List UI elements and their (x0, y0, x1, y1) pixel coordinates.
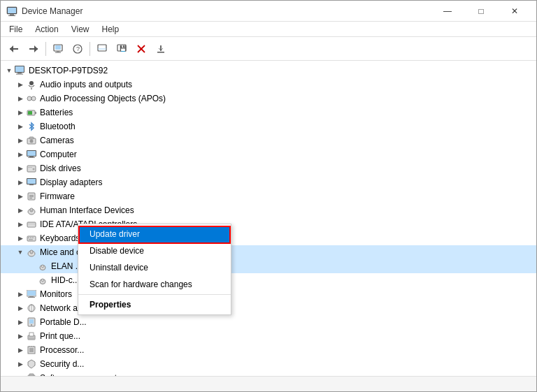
computer-icon-btn[interactable] (49, 40, 67, 58)
svg-point-30 (31, 96, 36, 101)
install-driver-btn[interactable] (152, 40, 170, 58)
tree-bluetooth[interactable]: ▶ Bluetooth (1, 119, 536, 133)
bluetooth-icon (26, 121, 37, 132)
svg-rect-22 (157, 52, 164, 53)
title-controls: — □ ✕ (431, 1, 531, 22)
ctx-update-driver[interactable]: Update driver (78, 226, 231, 242)
print-expand[interactable]: ▶ (15, 331, 26, 342)
svg-rect-84 (29, 338, 34, 339)
ctx-disable-device[interactable]: Disable device (78, 242, 231, 259)
ctx-uninstall-device[interactable]: Uninstall device (78, 259, 231, 276)
apos-icon (26, 93, 37, 104)
minimize-button[interactable]: — (431, 1, 464, 22)
tree-security[interactable]: ▶ Security d... (1, 357, 536, 371)
keyboards-expand[interactable]: ▶ (15, 233, 26, 244)
svg-rect-62 (32, 238, 34, 239)
tree-display-adapters[interactable]: ▶ Display adapters (1, 175, 536, 189)
hid-c-expand (26, 275, 37, 286)
tree-software-components[interactable]: ▶ Software components (1, 371, 536, 376)
cameras-expand[interactable]: ▶ (15, 135, 26, 146)
computer-expand[interactable]: ▶ (15, 149, 26, 160)
forward-button[interactable] (24, 40, 43, 58)
tree-computer[interactable]: ▶ Computer (1, 147, 536, 161)
tree-portable[interactable]: ▶ Portable D... (1, 315, 536, 329)
ctx-scan-hardware[interactable]: Scan for hardware changes (78, 276, 231, 293)
update-driver-btn[interactable]: 💾 (113, 40, 131, 58)
processors-label: Processor... (40, 345, 84, 355)
tree-processors[interactable]: ▶ Processor... (1, 343, 536, 357)
ide-expand[interactable]: ▶ (15, 219, 26, 230)
hid-expand[interactable]: ▶ (15, 205, 26, 216)
display-adapters-expand[interactable]: ▶ (15, 177, 26, 188)
svg-rect-32 (35, 112, 36, 114)
svg-rect-3 (8, 8, 16, 13)
hid-c-icon (37, 275, 48, 286)
tree-disk-drives[interactable]: ▶ Disk drives (1, 161, 536, 175)
display-adapters-icon (26, 177, 37, 188)
menu-view[interactable]: View (66, 23, 95, 36)
svg-rect-86 (29, 348, 34, 352)
bluetooth-expand[interactable]: ▶ (15, 121, 26, 132)
content-area: ▼ DESKTOP-P9TDS92 ▶ Audio inputs and out… (1, 61, 536, 376)
menu-help[interactable]: Help (96, 23, 125, 36)
network-expand[interactable]: ▶ (15, 303, 26, 314)
tree-root[interactable]: ▼ DESKTOP-P9TDS92 (1, 64, 536, 78)
processors-expand[interactable]: ▶ (15, 344, 26, 356)
menu-file[interactable]: File (3, 23, 28, 36)
print-label: Print que... (40, 331, 80, 341)
root-expand-arrow[interactable]: ▼ (3, 65, 15, 76)
tree-apos[interactable]: ▶ Audio Processing Objects (APOs) (1, 92, 536, 106)
network-icon (26, 303, 37, 314)
software-components-expand[interactable]: ▶ (15, 372, 26, 376)
svg-rect-2 (8, 15, 15, 16)
hid-icon (26, 205, 37, 216)
apos-expand[interactable]: ▶ (15, 93, 26, 104)
tree-print[interactable]: ▶ Print que... (1, 329, 536, 343)
keyboards-label: Keyboards (40, 233, 80, 243)
monitors-expand[interactable]: ▶ (15, 289, 26, 300)
display-adapters-label: Display adapters (40, 177, 102, 187)
svg-point-80 (31, 324, 32, 326)
close-button[interactable]: ✕ (499, 1, 531, 22)
help-button[interactable]: ? (69, 40, 87, 58)
svg-rect-43 (28, 167, 32, 168)
svg-rect-73 (29, 296, 34, 297)
ctx-properties[interactable]: Properties (78, 296, 231, 313)
toolbar-separator-1 (45, 42, 46, 56)
hid-label: Human Interface Devices (40, 205, 134, 215)
back-button[interactable] (5, 40, 23, 58)
portable-expand[interactable]: ▶ (15, 317, 26, 328)
svg-rect-40 (28, 157, 35, 158)
svg-text:💾: 💾 (120, 45, 127, 52)
security-label: Security d... (40, 359, 84, 369)
tree-firmware[interactable]: ▶ Firmware (1, 189, 536, 203)
audio-inputs-expand[interactable]: ▶ (15, 79, 26, 90)
bluetooth-label: Bluetooth (40, 122, 76, 131)
security-expand[interactable]: ▶ (15, 358, 26, 370)
tree-batteries[interactable]: ▶ Batteries (1, 106, 536, 119)
svg-rect-74 (28, 297, 35, 298)
scan-button[interactable] (93, 40, 111, 58)
tree-cameras[interactable]: ▶ Cameras (1, 133, 536, 147)
hid-c-label: HID-c... (51, 275, 80, 285)
device-tree[interactable]: ▼ DESKTOP-P9TDS92 ▶ Audio inputs and out… (1, 61, 536, 376)
svg-rect-63 (29, 239, 33, 240)
svg-rect-60 (28, 238, 29, 239)
svg-rect-72 (27, 291, 36, 296)
status-bar (1, 376, 536, 391)
maximize-button[interactable]: □ (465, 1, 497, 22)
menu-action[interactable]: Action (29, 23, 64, 36)
tree-hid[interactable]: ▶ Human Interface Devices (1, 203, 536, 217)
svg-rect-24 (15, 66, 24, 72)
firmware-icon (26, 191, 37, 202)
disk-drives-expand[interactable]: ▶ (15, 163, 26, 174)
batteries-label: Batteries (40, 108, 73, 117)
mice-expand[interactable]: ▼ (15, 247, 26, 258)
svg-rect-83 (29, 337, 34, 337)
tree-audio-inputs[interactable]: ▶ Audio inputs and outputs (1, 78, 536, 92)
firmware-expand[interactable]: ▶ (15, 191, 26, 202)
print-icon (26, 331, 37, 342)
mice-icon (26, 247, 37, 258)
remove-device-btn[interactable] (132, 40, 150, 58)
batteries-expand[interactable]: ▶ (15, 107, 26, 118)
